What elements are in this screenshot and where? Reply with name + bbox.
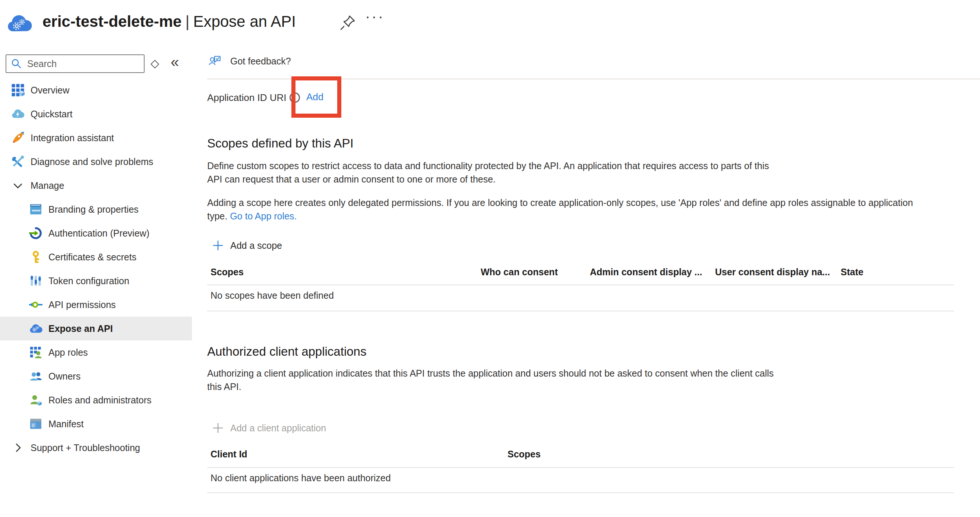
- info-icon[interactable]: [290, 92, 300, 103]
- sidebar-item-label: Expose an API: [48, 323, 113, 334]
- chevron-right-icon: [11, 441, 25, 454]
- collapse-sidebar-icon[interactable]: «: [171, 54, 179, 70]
- search-icon: [11, 58, 22, 69]
- rocket-icon: [11, 131, 25, 144]
- sidebar-item-label: Integration assistant: [30, 133, 114, 143]
- plus-icon: [212, 240, 224, 251]
- clients-empty-state: No client applications have been authori…: [210, 473, 391, 484]
- add-a-client-application-button[interactable]: Add a client application: [212, 422, 326, 434]
- scopes-section-note: Adding a scope here creates only delegat…: [207, 196, 913, 223]
- sidebar-item-label: Certificates & secrets: [48, 252, 136, 263]
- svg-text:{}: {}: [32, 423, 35, 427]
- who-can-consent-column-header: Who can consent: [481, 267, 558, 278]
- overview-grid-icon: [11, 83, 25, 97]
- owners-people-icon: [29, 370, 43, 383]
- add-a-scope-label: Add a scope: [230, 240, 282, 251]
- add-a-client-application-label: Add a client application: [230, 423, 326, 434]
- sidebar-item-certificates-secrets[interactable]: Certificates & secrets: [0, 245, 192, 269]
- tools-icon: [11, 155, 25, 168]
- search-input[interactable]: [27, 58, 139, 70]
- sidebar-item-owners[interactable]: Owners: [0, 364, 192, 388]
- sidebar-item-label: Owners: [48, 371, 81, 382]
- user-consent-column-header: User consent display na...: [715, 267, 830, 278]
- sidebar-item-overview[interactable]: Overview: [0, 78, 192, 102]
- sidebar-search: [6, 54, 145, 73]
- sidebar-item-quickstart[interactable]: Quickstart: [0, 102, 192, 126]
- more-options-icon[interactable]: ···: [365, 8, 385, 25]
- sidebar-item-integration-assistant[interactable]: Integration assistant: [0, 126, 192, 150]
- blade-name: Expose an API: [193, 13, 296, 30]
- clients-scopes-column-header: Scopes: [508, 449, 541, 460]
- clients-section-description: Authorizing a client application indicat…: [207, 366, 773, 393]
- toolbar-divider: [207, 79, 980, 79]
- sidebar-group-manage[interactable]: Manage: [0, 174, 192, 197]
- sidebar-item-label: Diagnose and solve problems: [30, 157, 153, 167]
- sidebar-item-label: Authentication (Preview): [48, 228, 150, 239]
- sidebar-item-label: Token configuration: [48, 276, 129, 286]
- sidebar-item-label: Overview: [30, 85, 69, 96]
- sidebar-group-label: Manage: [30, 180, 64, 191]
- sidebar-item-branding-properties[interactable]: www Branding & properties: [0, 197, 192, 221]
- state-column-header: State: [841, 267, 863, 278]
- sidebar-item-label: App roles: [48, 347, 88, 358]
- scopes-empty-state: No scopes have been defined: [210, 290, 334, 301]
- sidebar-item-expose-an-api[interactable]: Expose an API: [0, 317, 192, 341]
- sidebar-item-manifest[interactable]: {} Manifest: [0, 412, 192, 436]
- page-title: eric-test-delete-me|Expose an API: [43, 13, 296, 30]
- manifest-code-icon: {}: [29, 417, 43, 431]
- feedback-person-icon: [209, 54, 222, 68]
- scopes-column-header: Scopes: [210, 267, 244, 278]
- sidebar-item-label: Roles and administrators: [48, 395, 152, 406]
- add-application-id-uri-link[interactable]: Add: [306, 91, 323, 103]
- pin-icon[interactable]: [339, 13, 357, 31]
- sidebar-item-app-roles[interactable]: App roles: [0, 341, 192, 364]
- sidebar-item-label: Branding & properties: [48, 204, 138, 215]
- clients-table-bottom-divider: [207, 492, 954, 493]
- sliders-icon: [29, 274, 43, 287]
- api-permissions-icon: [29, 298, 43, 311]
- scopes-table-header-divider: [207, 285, 954, 285]
- app-roles-icon: [29, 346, 43, 359]
- scopes-table-bottom-divider: [207, 311, 954, 311]
- sidebar-item-label: Quickstart: [30, 109, 73, 120]
- sidebar-item-authentication[interactable]: Authentication (Preview): [0, 221, 192, 245]
- auth-arrow-icon: [29, 227, 43, 240]
- clients-table-header-divider: [207, 467, 954, 468]
- cloud-gears-icon: [29, 322, 43, 335]
- roles-admin-icon: [29, 393, 43, 407]
- got-feedback-button[interactable]: Got feedback?: [209, 54, 291, 68]
- sidebar-nav: Overview Quickstart Integration assi: [0, 78, 192, 460]
- add-a-scope-button[interactable]: Add a scope: [212, 240, 282, 251]
- browser-window-icon: www: [29, 203, 43, 216]
- app-name: eric-test-delete-me: [43, 13, 181, 30]
- scopes-section-description: Define custom scopes to restrict access …: [207, 159, 769, 186]
- plus-icon: [212, 422, 224, 434]
- svg-text:www: www: [32, 208, 41, 213]
- clients-section-title: Authorized client applications: [207, 344, 366, 359]
- sidebar-item-label: Manifest: [48, 419, 83, 430]
- sidebar-item-roles-administrators[interactable]: Roles and administrators: [0, 388, 192, 412]
- quickstart-cloud-icon: [11, 107, 25, 121]
- app-registration-cloud-gears-icon: [7, 12, 32, 35]
- client-id-column-header: Client Id: [210, 449, 247, 460]
- go-to-app-roles-link[interactable]: Go to App roles.: [230, 211, 297, 221]
- expose-an-api-blade: eric-test-delete-me|Expose an API ··· ◇ …: [0, 0, 980, 517]
- title-separator: |: [181, 13, 193, 30]
- switcher-icon[interactable]: ◇: [151, 57, 159, 70]
- sidebar-item-api-permissions[interactable]: API permissions: [0, 293, 192, 317]
- got-feedback-label: Got feedback?: [230, 56, 291, 67]
- admin-consent-column-header: Admin consent display ...: [590, 267, 702, 278]
- sidebar-group-support-troubleshooting[interactable]: Support + Troubleshooting: [0, 436, 192, 460]
- sidebar-item-label: API permissions: [48, 300, 116, 310]
- sidebar-item-diagnose[interactable]: Diagnose and solve problems: [0, 150, 192, 174]
- sidebar-group-label: Support + Troubleshooting: [30, 442, 140, 453]
- key-icon: [29, 250, 43, 264]
- scopes-section-title: Scopes defined by this API: [207, 136, 354, 151]
- application-id-uri-label: Application ID URI: [207, 92, 286, 103]
- sidebar-item-token-configuration[interactable]: Token configuration: [0, 269, 192, 293]
- chevron-down-icon: [11, 179, 25, 192]
